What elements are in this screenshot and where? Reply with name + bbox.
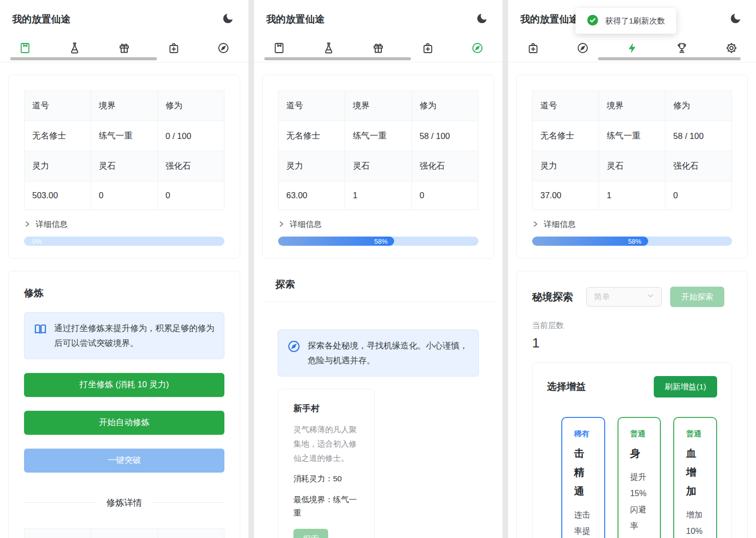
flask-icon (68, 42, 81, 56)
stat-value: 无名修士 (25, 121, 91, 151)
buff-card[interactable]: 稀有 击精通 连击率提升 (561, 417, 605, 538)
tab-scrollbar[interactable] (598, 57, 741, 60)
tab-items[interactable] (149, 38, 199, 60)
breakthrough-button[interactable]: 一键突破 (24, 449, 224, 473)
details-label: 详细信息 (36, 219, 67, 230)
buff-name: 击精通 (574, 444, 592, 501)
panel-separator (502, 0, 508, 538)
gear-icon (725, 42, 738, 56)
chevron-right-icon (24, 220, 31, 229)
cultivation-details-divider: 修炼详情 (24, 497, 224, 509)
start-explore-button[interactable]: 开始探索 (670, 287, 724, 307)
buff-description: 提升15%闪避率 (630, 469, 649, 534)
stat-header: 境界 (345, 91, 411, 121)
tab-scrollbar[interactable] (10, 57, 157, 60)
cultivation-details-table-header (24, 528, 224, 538)
compass-info-icon (287, 340, 301, 353)
details-toggle[interactable]: 详细信息 (278, 219, 478, 230)
buff-title: 选择增益 (547, 380, 586, 393)
character-stats-card: 道号 境界 修为 无名修士 练气一重 58 / 100 灵力 灵石 强化石 (516, 75, 748, 259)
dungeon-section: 秘境探索 简单 开始探索 当前层数 1 选择增益 刷新增益(1) (516, 271, 748, 538)
stat-header: 修为 (666, 91, 732, 121)
progress-fill: 58% (278, 237, 394, 246)
panel-content: 道号 境界 修为 无名修士 练气一重 58 / 100 灵力 灵石 强化石 (254, 62, 502, 538)
header: 我的放置仙途 (0, 0, 248, 62)
stat-header: 道号 (279, 91, 345, 121)
stat-header: 灵力 (533, 151, 599, 181)
stats-table: 道号 境界 修为 无名修士 练气一重 58 / 100 灵力 灵石 强化石 (278, 90, 478, 210)
buff-selection-card: 选择增益 刷新增益(1) 稀有 击精通 连击率提升 普通 身 提升15%闪避率 (532, 362, 732, 538)
section-title: 秘境探索 (532, 290, 573, 304)
auto-cultivate-button[interactable]: 开始自动修炼 (24, 411, 224, 435)
medkit-icon (168, 42, 180, 56)
buff-card-row: 稀有 击精通 连击率提升 普通 身 提升15%闪避率 普通 血增加 增加 (547, 417, 717, 538)
character-stats-card: 道号 境界 修为 无名修士 练气一重 0 / 100 灵力 灵石 强化石 (8, 75, 240, 259)
chevron-down-icon (647, 292, 654, 301)
location-cost: 消耗灵力：50 (293, 472, 359, 485)
app-title: 我的放置仙途 (266, 13, 325, 26)
location-min-realm: 最低境界：练气一重 (293, 493, 359, 520)
stat-value: 练气一重 (91, 121, 157, 151)
buff-card[interactable]: 普通 血增加 增加10% (673, 417, 717, 538)
tab-items[interactable] (508, 38, 558, 60)
stat-header: 灵石 (599, 151, 666, 181)
gift-icon (118, 42, 130, 56)
buff-card[interactable]: 普通 身 提升15%闪避率 (617, 417, 661, 538)
bolt-icon (626, 42, 638, 56)
cultivation-info-box: 通过打坐修炼来提升修为，积累足够的修为后可以尝试突破境界。 (24, 312, 224, 359)
character-stats-card: 道号 境界 修为 无名修士 练气一重 58 / 100 灵力 灵石 强化石 (262, 75, 494, 259)
dark-mode-moon-icon[interactable] (222, 12, 234, 25)
tab-explore[interactable] (453, 38, 502, 60)
tab-explore[interactable] (199, 38, 248, 60)
details-label: 详细信息 (290, 219, 322, 230)
book-icon (19, 42, 31, 56)
section-title: 修炼 (24, 287, 224, 300)
stat-value: 58 / 100 (666, 121, 732, 151)
dark-mode-moon-icon[interactable] (729, 12, 742, 25)
stat-value: 0 (666, 181, 732, 210)
details-toggle[interactable]: 详细信息 (532, 219, 732, 230)
panel-content: 道号 境界 修为 无名修士 练气一重 0 / 100 灵力 灵石 强化石 (0, 62, 248, 538)
app-window: 我的放置仙途 (0, 0, 756, 538)
compass-icon (471, 42, 484, 56)
cultivation-progress-bar: 58% (278, 237, 478, 246)
toast-notification: 获得了1刷新次数 (576, 8, 676, 34)
section-body: 探索各处秘境，寻找机缘造化。小心谨慎，危险与机遇并存。 新手村 灵气稀薄的凡人聚… (262, 302, 494, 538)
refresh-buffs-button[interactable]: 刷新增益(1) (654, 376, 717, 397)
trophy-icon (676, 42, 688, 56)
stat-header: 境界 (91, 91, 157, 121)
buff-rarity: 普通 (630, 429, 649, 439)
section-head: 探索 (262, 271, 494, 302)
panel-cultivation: 我的放置仙途 (0, 0, 248, 538)
stat-value: 练气一重 (599, 121, 666, 151)
stat-value: 0 (157, 181, 224, 210)
stat-header: 灵石 (345, 151, 411, 181)
stat-header: 强化石 (411, 151, 478, 181)
buff-description: 增加10% (686, 507, 704, 538)
medkit-icon (422, 42, 434, 56)
section-title: 探索 (276, 279, 295, 290)
tab-scrollbar[interactable] (264, 57, 411, 60)
stat-header: 道号 (533, 91, 599, 121)
details-toggle[interactable]: 详细信息 (24, 219, 224, 230)
dark-mode-moon-icon[interactable] (476, 12, 488, 25)
stat-value: 63.00 (279, 181, 345, 210)
buff-rarity: 普通 (686, 429, 704, 439)
stat-value: 练气一重 (345, 121, 411, 151)
explore-section: 探索 探索各处秘境，寻找机缘造化。小心谨慎，危险与机遇并存。 新手村 灵气稀薄的… (262, 271, 494, 538)
stat-value: 1 (345, 181, 411, 210)
cultivation-progress-bar: 58% (532, 237, 732, 246)
buff-name: 血增加 (686, 444, 704, 501)
chevron-right-icon (278, 220, 285, 229)
location-card-novice-village: 新手村 灵气稀薄的凡人聚集地，适合初入修仙之道的修士。 消耗灵力：50 最低境界… (278, 389, 375, 538)
stat-header: 修为 (157, 91, 224, 121)
medkit-icon (527, 42, 539, 56)
difficulty-select[interactable]: 简单 (586, 287, 662, 307)
meditate-button[interactable]: 打坐修炼 (消耗 10 灵力) (24, 373, 224, 397)
details-label: 详细信息 (544, 219, 576, 230)
tab-items[interactable] (403, 38, 453, 60)
explore-button[interactable]: 探索 (293, 529, 328, 538)
panel-separator (248, 0, 254, 538)
panel-dungeon: 我的放置仙途 (508, 0, 756, 538)
stat-value: 0 (411, 181, 478, 210)
